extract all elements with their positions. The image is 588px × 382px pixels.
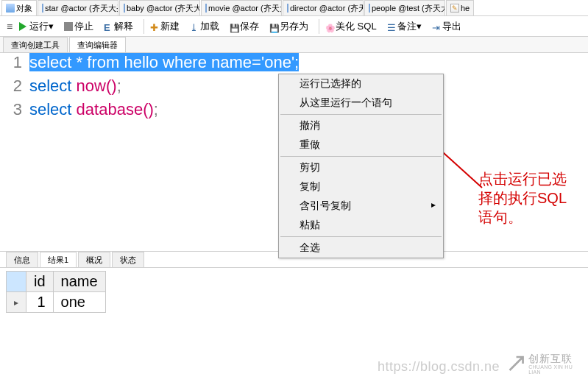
row-marker: ▸ [7,292,26,313]
menu-cut[interactable]: 剪切 [279,158,443,177]
menu-undo[interactable]: 撤消 [279,116,443,135]
run-label: 运行 [29,20,49,33]
table-icon [124,4,125,13]
cell-name[interactable]: one [53,292,105,313]
toolbar: ≡ 运行 ▾ 停止 解释 新建 加载 保存 另存为 美化 SQL 备注 ▾ 导出 [0,16,588,37]
export-label: 导出 [442,20,461,33]
table-row[interactable]: ▸ 1 one [7,292,106,313]
tab-table-star[interactable]: star @actor (齐天大圣... [38,0,118,15]
selected-text: select * from hello where name='one'; [29,53,299,71]
query-icon [450,4,459,13]
tab-label: 对象 [16,3,32,14]
tab-table-baby[interactable]: baby @actor (齐天大... [119,0,200,15]
export-icon [432,22,441,31]
result-grid-wrap: id name ▸ 1 one [0,268,588,313]
table-icon [287,4,288,13]
column-header-id[interactable]: id [26,272,54,292]
logo-icon [507,353,525,374]
menu-separator [280,156,442,157]
tab-status[interactable]: 状态 [112,252,144,267]
explain-icon [104,22,113,31]
editor-sub-tabs: 查询创建工具 查询编辑器 [0,37,588,53]
tab-label: baby @actor (齐天大... [127,3,200,14]
saveas-icon [269,22,278,31]
menu-separator [280,114,442,115]
menu-paste[interactable]: 粘贴 [279,216,443,235]
tab-objects[interactable]: 对象 [1,0,37,15]
table-header-row: id name [7,272,106,292]
menu-copy[interactable]: 复制 [279,177,443,197]
table-icon [42,4,43,13]
tab-result1[interactable]: 结果1 [40,252,77,267]
context-menu: 运行已选择的 从这里运行一个语句 撤消 重做 剪切 复制 含引号复制 粘贴 全选 [278,74,444,258]
menu-select-all[interactable]: 全选 [279,238,443,258]
saveas-label: 另存为 [280,20,308,33]
tab-label: people @test (齐天大... [372,3,445,14]
separator [144,19,144,34]
tab-query-builder[interactable]: 查询创建工具 [3,37,68,52]
line-number: 1 [0,53,29,72]
watermark-logo: 创新互联 CHUANG XIN HU LIAN [507,350,581,378]
save-label: 保存 [240,20,259,33]
watermark-url: https://blog.csdn.ne [378,359,500,375]
tab-label: director @actor (齐天... [290,3,364,14]
new-label: 新建 [160,20,180,33]
export-button[interactable]: 导出 [429,18,464,35]
load-icon [190,22,199,31]
result-grid[interactable]: id name ▸ 1 one [6,271,106,313]
row-marker-header [7,272,26,292]
logo-sub: CHUANG XIN HU LIAN [528,364,581,375]
explain-label: 解释 [114,20,133,33]
new-icon [150,22,159,31]
tab-profile[interactable]: 概况 [78,252,110,267]
save-button[interactable]: 保存 [227,18,262,35]
menu-run-selected[interactable]: 运行已选择的 [279,74,443,93]
play-icon [19,22,28,31]
menu-run-from-here[interactable]: 从这里运行一个语句 [279,93,443,113]
tab-label: star @actor (齐天大圣... [45,3,118,14]
menu-copy-quoted[interactable]: 含引号复制 [279,197,443,216]
menu-redo[interactable]: 重做 [279,135,443,155]
note-icon [387,22,396,31]
note-button[interactable]: 备注 ▾ [384,18,425,35]
menu-separator [280,236,442,237]
beauty-label: 美化 SQL [336,20,377,33]
tab-query-editor[interactable]: 查询编辑器 [69,37,126,52]
objects-icon [6,4,15,13]
annotation-text: 点击运行已选择的执行SQL语句。 [478,169,574,227]
explain-button[interactable]: 解释 [101,18,136,35]
flower-icon [325,22,334,31]
logo-text: 创新互联 [528,353,573,364]
new-button[interactable]: 新建 [147,18,183,35]
tab-table-movie[interactable]: movie @actor (齐天大... [201,0,282,15]
note-label: 备注 [397,20,417,33]
separator [319,19,319,34]
stop-label: 停止 [74,20,93,33]
stop-icon [64,22,73,31]
table-icon [369,4,370,13]
tab-table-people[interactable]: people @test (齐天大... [364,0,445,15]
save-icon [230,22,238,31]
line-number: 3 [0,100,29,119]
beautify-button[interactable]: 美化 SQL [322,18,380,35]
column-header-name[interactable]: name [53,272,105,292]
tab-label: movie @actor (齐天大... [208,3,282,14]
saveas-button[interactable]: 另存为 [266,18,311,35]
load-label: 加载 [200,20,219,33]
tab-label: he [461,4,470,13]
menu-icon[interactable]: ≡ [3,21,16,32]
run-button[interactable]: 运行 ▾ [16,18,57,35]
tab-info[interactable]: 信息 [6,252,38,267]
line-number: 2 [0,77,29,96]
tab-query-he[interactable]: he [446,0,474,15]
table-icon [205,4,207,13]
cell-id[interactable]: 1 [26,292,54,313]
stop-button[interactable]: 停止 [61,18,96,35]
tab-table-director[interactable]: director @actor (齐天... [283,0,364,15]
load-button[interactable]: 加载 [187,18,222,35]
top-tab-strip: 对象 star @actor (齐天大圣... baby @actor (齐天大… [0,0,588,16]
